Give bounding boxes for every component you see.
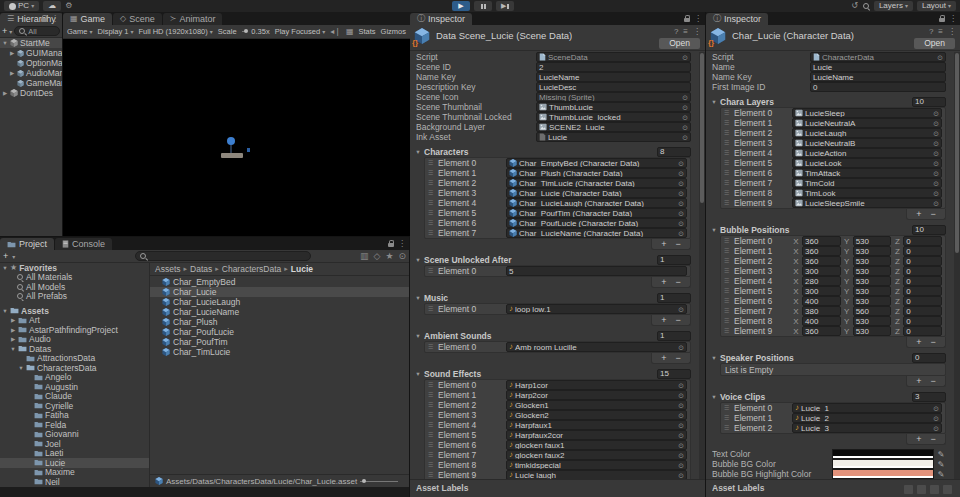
list-element-row[interactable]: ☰ Element 7 Char_LucieName (Character Da…: [425, 228, 690, 238]
axis-field-y[interactable]: 530: [853, 236, 892, 246]
list-element-row[interactable]: ☰ Element 0 5: [425, 266, 690, 276]
list-element-row[interactable]: ☰ Element 5 X300Y530Z0: [721, 286, 945, 296]
object-picker-icon[interactable]: ⊙: [682, 114, 688, 121]
value-field[interactable]: Lucie⊙: [536, 132, 691, 142]
object-picker-icon[interactable]: ⊙: [678, 422, 684, 429]
add-element-button[interactable]: +: [661, 277, 666, 287]
list-element-row[interactable]: ☰ Element 1 ♪Lucie_2⊙: [721, 413, 945, 423]
list-element-row[interactable]: ☰ Element 9 X360Y530Z0: [721, 326, 945, 336]
value-field[interactable]: TimAttack⊙: [792, 168, 942, 178]
list-element-row[interactable]: ☰ Element 2 LucieLaugh⊙: [721, 128, 945, 138]
hierarchy-item-guimanag[interactable]: ▶ GUIManag: [0, 48, 62, 58]
remove-element-button[interactable]: −: [931, 209, 936, 219]
list-element-row[interactable]: ☰ Element 0 Char_EmptyBed (Character Dat…: [425, 158, 690, 168]
object-picker-icon[interactable]: ⊙: [933, 150, 939, 157]
foldout-closed-icon[interactable]: ▶: [9, 70, 15, 76]
value-field[interactable]: 0: [810, 82, 946, 92]
foldout-closed-icon[interactable]: ▶: [10, 336, 16, 342]
list-header-characters[interactable]: ▼Characters 8: [410, 146, 699, 157]
object-picker-icon[interactable]: ⊙: [678, 220, 684, 227]
list-header-bubble-positions[interactable]: ▼Bubble Positions 10: [706, 224, 954, 235]
drag-handle-icon[interactable]: ☰: [724, 130, 732, 136]
drag-handle-icon[interactable]: ☰: [724, 170, 732, 176]
object-picker-icon[interactable]: ⊙: [933, 405, 939, 412]
object-picker-icon[interactable]: ⊙: [933, 200, 939, 207]
add-element-button[interactable]: +: [661, 353, 666, 363]
drag-handle-icon[interactable]: ☰: [724, 248, 732, 254]
object-picker-icon[interactable]: ⊙: [678, 190, 684, 197]
ab-icon-3[interactable]: [930, 485, 939, 494]
list-element-row[interactable]: ☰ Element 2 Char_TimLucie (Character Dat…: [425, 178, 690, 188]
axis-field-x[interactable]: 360: [802, 236, 841, 246]
value-field[interactable]: LucieLaugh⊙: [792, 128, 942, 138]
list-element-row[interactable]: ☰ Element 5 LucieLook⊙: [721, 158, 945, 168]
object-picker-icon[interactable]: ⊙: [678, 382, 684, 389]
tab-inspector-scene[interactable]: ⓘ Inspector: [410, 13, 472, 25]
object-picker-icon[interactable]: ⊙: [933, 110, 939, 117]
folder-audio[interactable]: ▶Audio: [0, 335, 149, 345]
value-field[interactable]: LucieLook⊙: [792, 158, 942, 168]
folder-astarpathfindingproject[interactable]: ▶AstarPathfindingProject: [0, 325, 149, 335]
list-element-row[interactable]: ☰ Element 5 Char_PoufTim (Character Data…: [425, 208, 690, 218]
folder-assets[interactable]: ▼Assets: [0, 306, 149, 316]
list-header-chara-layers[interactable]: ▼Chara Layers 10: [706, 96, 954, 107]
foldout-open-icon[interactable]: ▼: [415, 333, 421, 339]
value-field[interactable]: ThumbLucie_locked⊙: [536, 112, 691, 122]
drag-handle-icon[interactable]: ☰: [428, 402, 436, 408]
breadcrumb-datas[interactable]: Datas: [190, 264, 212, 274]
value-field[interactable]: Missing (Sprite)⊙: [536, 92, 691, 102]
value-field[interactable]: Char_TimLucie (Character Data)⊙: [506, 178, 687, 188]
axis-field-z[interactable]: 0: [903, 276, 942, 286]
object-picker-icon[interactable]: ⊙: [678, 344, 684, 351]
scrollbar[interactable]: [699, 52, 705, 479]
drag-handle-icon[interactable]: ☰: [428, 170, 436, 176]
play-focused-dropdown[interactable]: Play Focused ▾: [275, 27, 326, 36]
axis-field-z[interactable]: 0: [903, 236, 942, 246]
object-picker-icon[interactable]: ⊙: [682, 54, 688, 61]
drag-handle-icon[interactable]: ☰: [428, 422, 436, 428]
resolution-dropdown[interactable]: Full HD (1920x1080) ▾: [139, 27, 213, 36]
object-picker-icon[interactable]: ⊙: [682, 134, 688, 141]
list-size-field[interactable]: 0: [912, 353, 946, 363]
folder-charactersdata[interactable]: ▼CharactersData: [0, 363, 149, 373]
undo-history-icon[interactable]: ↺: [851, 1, 858, 11]
list-element-row[interactable]: ☰ Element 4 X280Y530Z0: [721, 276, 945, 286]
list-header-voice-clips[interactable]: ▼Voice Clips 3: [706, 391, 954, 402]
value-field[interactable]: LucieNeutralB⊙: [792, 138, 942, 148]
asset-labels-footer[interactable]: Asset Labels: [706, 479, 960, 497]
list-size-field[interactable]: 15: [657, 369, 691, 379]
list-element-row[interactable]: ☰ Element 2 ♪Glocken1⊙: [425, 400, 690, 410]
drag-handle-icon[interactable]: ☰: [428, 200, 436, 206]
foldout-open-icon[interactable]: ▼: [711, 394, 717, 400]
drag-handle-icon[interactable]: ☰: [428, 180, 436, 186]
remove-element-button[interactable]: −: [676, 315, 681, 325]
folder-giovanni[interactable]: Giovanni: [0, 430, 149, 440]
drag-handle-icon[interactable]: ☰: [428, 230, 436, 236]
remove-element-button[interactable]: −: [676, 239, 681, 249]
drag-handle-icon[interactable]: ☰: [428, 412, 436, 418]
value-field[interactable]: SCENE2_Lucie⊙: [536, 122, 691, 132]
axis-field-y[interactable]: 530: [853, 326, 892, 336]
object-picker-icon[interactable]: ⊙: [678, 170, 684, 177]
value-field[interactable]: LucieName: [810, 72, 946, 82]
add-element-button[interactable]: +: [661, 239, 666, 249]
favorite-all-prefabs[interactable]: All Prefabs: [0, 292, 149, 302]
object-picker-icon[interactable]: ⊙: [678, 210, 684, 217]
object-picker-icon[interactable]: ⊙: [933, 180, 939, 187]
list-element-row[interactable]: ☰ Element 4 Char_LucieLaugh (Character D…: [425, 198, 690, 208]
presets-icon[interactable]: ≡: [938, 27, 943, 36]
foldout-open-icon[interactable]: ▼: [415, 257, 421, 263]
value-field[interactable]: ♪loop low.1⊙: [506, 304, 687, 314]
value-field[interactable]: CharacterData⊙: [810, 52, 946, 62]
axis-field-z[interactable]: 0: [903, 326, 942, 336]
remove-element-button[interactable]: −: [931, 376, 936, 386]
folder-maxime[interactable]: Maxime: [0, 468, 149, 478]
game-viewport[interactable]: [63, 39, 410, 236]
drag-handle-icon[interactable]: ☰: [724, 308, 732, 314]
list-element-row[interactable]: ☰ Element 0 X360Y530Z0: [721, 236, 945, 246]
folder-augustin[interactable]: Augustin: [0, 382, 149, 392]
remove-element-button[interactable]: −: [676, 277, 681, 287]
object-picker-icon[interactable]: ⊙: [933, 140, 939, 147]
value-field[interactable]: Char_PoufTim (Character Data)⊙: [506, 208, 687, 218]
axis-field-x[interactable]: 400: [802, 296, 841, 306]
